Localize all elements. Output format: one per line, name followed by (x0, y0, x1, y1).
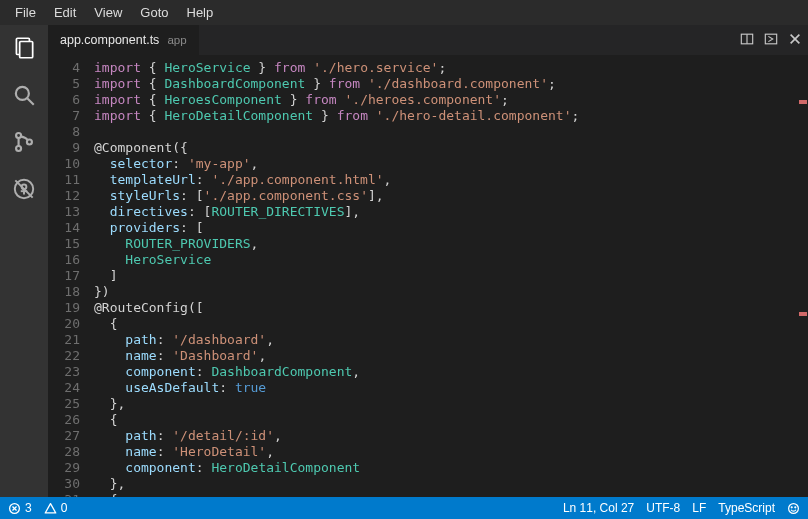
line-number: 23 (48, 364, 80, 380)
line-number: 24 (48, 380, 80, 396)
menu-goto[interactable]: Goto (131, 2, 177, 23)
code-line[interactable]: import { HeroDetailComponent } from './h… (94, 108, 798, 124)
status-errors-count: 3 (25, 501, 32, 515)
status-errors[interactable]: 3 (8, 501, 32, 515)
menu-edit[interactable]: Edit (45, 2, 85, 23)
line-number: 29 (48, 460, 80, 476)
svg-point-20 (789, 503, 799, 513)
code-line[interactable]: path: '/detail/:id', (94, 428, 798, 444)
code-line[interactable]: component: HeroDetailComponent (94, 460, 798, 476)
status-eol[interactable]: LF (692, 501, 706, 515)
source-control-icon[interactable] (11, 129, 37, 158)
code-line[interactable]: import { HeroService } from './hero.serv… (94, 60, 798, 76)
tab-folder: app (167, 34, 186, 46)
svg-point-22 (795, 507, 796, 508)
svg-rect-1 (20, 42, 33, 58)
line-number: 27 (48, 428, 80, 444)
search-icon[interactable] (11, 82, 37, 111)
line-number: 20 (48, 316, 80, 332)
debug-icon[interactable] (11, 176, 37, 205)
svg-point-5 (16, 146, 21, 151)
menu-view[interactable]: View (85, 2, 131, 23)
line-number: 9 (48, 140, 80, 156)
code-line[interactable] (94, 124, 798, 140)
editor-group: app.component.ts app 4567891011121314151… (48, 25, 808, 497)
code-line[interactable]: providers: [ (94, 220, 798, 236)
line-number: 17 (48, 268, 80, 284)
code-content[interactable]: import { HeroService } from './hero.serv… (94, 55, 798, 497)
line-number: 15 (48, 236, 80, 252)
code-line[interactable]: path: '/dashboard', (94, 332, 798, 348)
line-number: 22 (48, 348, 80, 364)
tab-filename: app.component.ts (60, 33, 159, 47)
line-number: 5 (48, 76, 80, 92)
overview-ruler[interactable] (798, 55, 808, 497)
code-line[interactable]: ] (94, 268, 798, 284)
svg-point-2 (16, 87, 29, 100)
code-line[interactable]: }, (94, 396, 798, 412)
code-line[interactable]: directives: [ROUTER_DIRECTIVES], (94, 204, 798, 220)
code-line[interactable]: name: 'HeroDetail', (94, 444, 798, 460)
overview-marker[interactable] (799, 312, 807, 316)
status-cursor-position[interactable]: Ln 11, Col 27 (563, 501, 634, 515)
line-number: 10 (48, 156, 80, 172)
line-number: 21 (48, 332, 80, 348)
main-area: app.component.ts app 4567891011121314151… (0, 25, 808, 497)
code-line[interactable]: { (94, 492, 798, 497)
tab-bar: app.component.ts app (48, 25, 808, 55)
tab-actions (740, 32, 802, 49)
line-number: 26 (48, 412, 80, 428)
line-number: 19 (48, 300, 80, 316)
svg-point-4 (16, 133, 21, 138)
line-number: 8 (48, 124, 80, 140)
menu-bar: File Edit View Goto Help (0, 0, 808, 25)
code-line[interactable]: useAsDefault: true (94, 380, 798, 396)
svg-point-6 (27, 140, 32, 145)
split-editor-icon[interactable] (740, 32, 754, 49)
code-line[interactable]: @Component({ (94, 140, 798, 156)
code-line[interactable]: }, (94, 476, 798, 492)
code-line[interactable]: component: DashboardComponent, (94, 364, 798, 380)
status-warnings[interactable]: 0 (44, 501, 68, 515)
code-line[interactable]: styleUrls: ['./app.component.css'], (94, 188, 798, 204)
line-number: 16 (48, 252, 80, 268)
line-number: 12 (48, 188, 80, 204)
line-number: 13 (48, 204, 80, 220)
svg-point-9 (22, 185, 27, 190)
code-editor[interactable]: 4567891011121314151617181920212223242526… (48, 55, 808, 497)
line-number-gutter: 4567891011121314151617181920212223242526… (48, 55, 94, 497)
svg-rect-14 (765, 34, 776, 44)
code-line[interactable]: @RouteConfig([ (94, 300, 798, 316)
code-line[interactable]: HeroService (94, 252, 798, 268)
line-number: 4 (48, 60, 80, 76)
status-bar: 3 0 Ln 11, Col 27 UTF-8 LF TypeScript (0, 497, 808, 519)
close-icon[interactable] (788, 32, 802, 49)
code-line[interactable]: templateUrl: './app.component.html', (94, 172, 798, 188)
code-line[interactable]: ROUTER_PROVIDERS, (94, 236, 798, 252)
tab-active[interactable]: app.component.ts app (48, 25, 199, 55)
svg-line-3 (27, 99, 34, 106)
line-number: 30 (48, 476, 80, 492)
activity-bar (0, 25, 48, 497)
code-line[interactable]: { (94, 412, 798, 428)
status-encoding[interactable]: UTF-8 (646, 501, 680, 515)
line-number: 6 (48, 92, 80, 108)
more-actions-icon[interactable] (764, 32, 778, 49)
code-line[interactable]: { (94, 316, 798, 332)
status-language[interactable]: TypeScript (718, 501, 775, 515)
line-number: 14 (48, 220, 80, 236)
menu-file[interactable]: File (6, 2, 45, 23)
code-line[interactable]: name: 'Dashboard', (94, 348, 798, 364)
code-line[interactable]: import { HeroesComponent } from './heroe… (94, 92, 798, 108)
code-line[interactable]: selector: 'my-app', (94, 156, 798, 172)
menu-help[interactable]: Help (178, 2, 223, 23)
status-warnings-count: 0 (61, 501, 68, 515)
line-number: 18 (48, 284, 80, 300)
explorer-icon[interactable] (11, 35, 37, 64)
code-line[interactable]: }) (94, 284, 798, 300)
overview-marker[interactable] (799, 100, 807, 104)
line-number: 25 (48, 396, 80, 412)
status-feedback-icon[interactable] (787, 502, 800, 515)
line-number: 11 (48, 172, 80, 188)
code-line[interactable]: import { DashboardComponent } from './da… (94, 76, 798, 92)
